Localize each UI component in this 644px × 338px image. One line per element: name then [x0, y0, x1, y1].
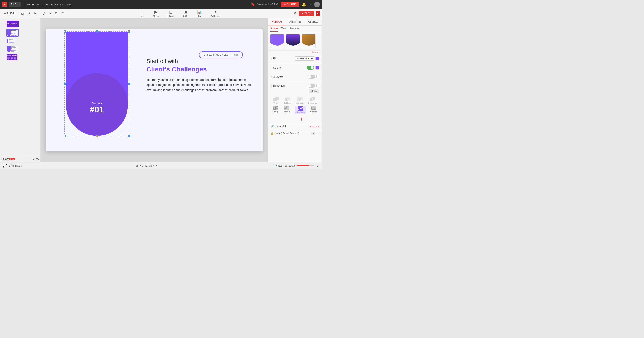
handle-middle-left[interactable] [64, 83, 66, 85]
intersect-op[interactable]: Intersect [296, 97, 304, 104]
swatch-wood[interactable] [302, 34, 316, 48]
reset-button[interactable]: Reset [309, 89, 319, 93]
fullscreen-button[interactable]: ⤢ [317, 164, 319, 167]
status-center[interactable]: ⊟ Normal View ▾ [136, 164, 158, 167]
paste-button[interactable]: 📋 [60, 11, 66, 16]
swatch-dark-purple[interactable] [286, 34, 300, 48]
chart-tool-button[interactable]: 📊 Chart [194, 9, 204, 18]
slide-1-title: WIN A SALES Pitch [6, 23, 18, 25]
ungroup-op[interactable]: Ungroup [282, 106, 290, 114]
paint-format-button[interactable]: 🖌 [41, 11, 47, 16]
more-swatches-link[interactable]: More... [268, 51, 322, 55]
slide-info: 2 / 5 Slides [9, 164, 22, 167]
settings-icon[interactable]: ⚙ [294, 12, 297, 16]
shape-tool-button[interactable]: ◻ Shape [166, 9, 176, 18]
group-label: Group [273, 111, 278, 113]
slide-preview-1: WIN A SALES Pitch [6, 21, 18, 28]
reflection-chevron-icon[interactable]: ▶ [270, 85, 272, 87]
stroke-color-swatch[interactable] [316, 66, 319, 70]
union-op[interactable]: Union [273, 97, 279, 104]
stroke-chevron-icon[interactable]: ▶ [270, 67, 272, 69]
shadow-toggle[interactable] [308, 75, 315, 79]
play-button[interactable]: ▶ PLAY [298, 11, 314, 16]
ftab-text[interactable]: Text [281, 26, 286, 32]
edit-points-op[interactable]: Edit Points [294, 106, 306, 114]
slide-preview-3: Establish A Connection [6, 38, 15, 43]
cut-button[interactable]: ✂ [48, 11, 53, 16]
reflection-toggle[interactable] [308, 84, 315, 88]
difference-icon [310, 97, 316, 102]
status-right: 📄 Notes ⊟ 100% ⤢ [272, 164, 319, 167]
shadow-chevron-icon[interactable]: ▶ [270, 76, 272, 78]
grid-view-button[interactable]: ⊟ [20, 11, 25, 16]
start-text: Start off with [146, 58, 254, 65]
library-button[interactable]: Library New [1, 158, 15, 160]
right-panel-tabs: FORMAT ANIMATE REVIEW [268, 19, 322, 26]
shadow-controls [308, 75, 319, 79]
handle-bottom-left[interactable] [64, 135, 66, 137]
chat-icon[interactable]: 💬 [3, 164, 7, 168]
slide-thumbnail-3[interactable]: Establish A Connection [6, 38, 16, 44]
handle-top-right[interactable] [128, 31, 130, 33]
slide-thumbnail-2[interactable]: Start off with Client's Challenges [6, 29, 19, 37]
reflection-checkbox[interactable] [316, 84, 319, 87]
shadow-row: ▶ Shadow [270, 75, 319, 79]
difference-op[interactable]: Difference [308, 97, 317, 104]
ftab-shape[interactable]: Shape [270, 26, 278, 32]
share-button[interactable]: ⇗ SHARE [280, 2, 299, 7]
media-tool-button[interactable]: ▶ Media [151, 9, 161, 18]
slide-add-button[interactable]: + SLIDE [2, 11, 16, 17]
tab-animate[interactable]: ANIMATE [286, 19, 304, 26]
slide-4-background: Give the attendees Your Product Solve [6, 46, 18, 52]
ftab-arrange[interactable]: Arrange [290, 26, 299, 32]
copy-button[interactable]: ⧉ [54, 11, 59, 16]
handle-top-left[interactable] [64, 31, 66, 33]
group-op[interactable]: Group [273, 106, 278, 114]
tab-review[interactable]: REVIEW [304, 19, 322, 26]
change-op[interactable]: Change [310, 106, 317, 114]
fill-color-swatch[interactable] [316, 57, 319, 61]
svg-rect-14 [287, 108, 289, 110]
file-menu-button[interactable]: FILE ▾ [9, 2, 21, 7]
top-bar-right: Saved at 9:45 PM ⇗ SHARE 🔔 ✉ [257, 2, 320, 7]
fill-chevron-icon[interactable]: ▶ [270, 58, 272, 60]
subtract-op[interactable]: Subtract [284, 97, 291, 104]
fill-controls: Solid Color [295, 56, 319, 61]
play-menu-button[interactable]: ▾ [316, 11, 320, 16]
tab-format[interactable]: FORMAT [268, 19, 286, 26]
handle-middle-right[interactable] [128, 83, 130, 85]
table-tool-label: Table [183, 15, 188, 17]
table-tool-button[interactable]: ⊞ Table [180, 9, 190, 18]
addons-tool-button[interactable]: ✦ Add-Ons [209, 9, 222, 18]
hyperlink-label: 🔗 HyperLink [270, 125, 286, 128]
text-tool-button[interactable]: T Text [138, 10, 146, 18]
status-left: 💬 2 / 5 Slides [3, 164, 22, 168]
bookmark-icon[interactable]: 🔖 [251, 3, 255, 7]
text-tool-icon: T [141, 10, 144, 15]
gallery-button[interactable]: Gallery [31, 158, 39, 160]
reset-container: Reset [270, 89, 319, 93]
lock-toggle-button[interactable]: II [311, 132, 316, 135]
subtract-label: Subtract [284, 102, 291, 104]
slide-thumb-wrapper-3: 3 Establish A Connection [1, 38, 39, 44]
stroke-section: ▶ Stroke [268, 64, 322, 73]
fill-type-select[interactable]: Solid Color [295, 56, 314, 61]
mail-icon[interactable]: ✉ [309, 3, 312, 7]
redo-button[interactable]: ↻ [32, 11, 38, 16]
zoom-slider[interactable] [296, 165, 314, 166]
slide-thumbnail-4[interactable]: Give the attendees Your Product Solve [6, 45, 19, 53]
handle-bottom-right[interactable] [128, 135, 130, 137]
shadow-checkbox[interactable] [316, 75, 319, 78]
swatch-purple[interactable] [270, 34, 284, 48]
slide-thumbnail-1[interactable]: WIN A SALES Pitch [6, 20, 19, 28]
notification-icon[interactable]: 🔔 [302, 3, 306, 7]
arrow-container: ↑ [284, 116, 319, 121]
add-link-button[interactable]: Add Link [310, 125, 319, 128]
slide-thumbnail-5[interactable]: WIN A SALES PITCH #01 #02 #03 [6, 54, 18, 61]
notes-button[interactable]: 📄 Notes [272, 164, 282, 167]
canvas-area[interactable]: Formula #01 EFFECTIVE SALES PITCH Start … [40, 19, 268, 162]
stroke-toggle[interactable] [307, 66, 314, 70]
toolbar-center: T Text ▶ Media ◻ Shape ⊞ Table 📊 Chart ✦… [67, 9, 293, 18]
undo-button[interactable]: ↺ [26, 11, 31, 16]
user-avatar[interactable] [314, 2, 320, 7]
